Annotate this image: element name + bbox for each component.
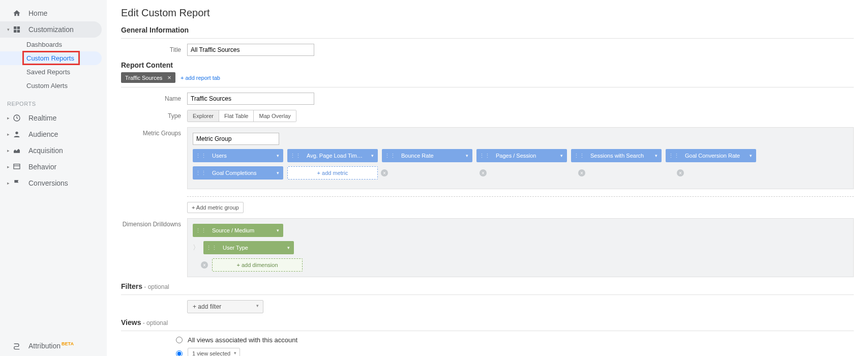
metric-chip[interactable]: ⋮⋮Pages / Session▾ [476,149,567,162]
chevron-down-icon[interactable]: ▾ [273,170,283,175]
metric-chip[interactable]: ⋮⋮Avg. Page Load Time (s…▾ [287,149,378,162]
highlight-box [22,51,80,65]
drag-handle-icon[interactable]: ⋮⋮ [193,153,209,159]
drag-handle-icon[interactable]: ⋮⋮ [193,227,209,234]
label-metric-groups: Metric Groups [121,127,187,137]
drag-handle-icon[interactable]: ⋮⋮ [476,153,493,159]
add-metric-button[interactable]: + add metric [287,166,378,180]
input-metric-group-name[interactable] [193,133,279,145]
reports-section-label: REPORTS [0,93,107,110]
sidebar-customization-label: Customization [28,25,74,34]
remove-button[interactable]: × [578,169,585,176]
dimensions-area: ⋮⋮ Source / Medium ▾ 〉 ⋮⋮ User Type ▾ × [187,218,854,277]
metric-chip[interactable]: ⋮⋮Bounce Rate▾ [382,149,472,162]
chevron-down-icon[interactable]: ▾ [745,153,756,158]
chevron-right-icon: ▸ [7,164,11,169]
main-content: Edit Custom Report General Information T… [107,0,868,356]
remove-button[interactable]: × [381,169,388,176]
flag-icon [12,179,21,187]
views-selected-dropdown[interactable]: 1 view selected [188,348,240,356]
customization-icon [12,25,21,34]
section-general-info: General Information [121,26,854,34]
drag-handle-icon[interactable]: ⋮⋮ [203,245,220,251]
acquisition-icon [12,146,21,155]
dimension-chip[interactable]: ⋮⋮ Source / Medium ▾ [193,224,283,237]
drag-handle-icon[interactable]: ⋮⋮ [571,153,587,159]
chevron-down-icon[interactable]: ▾ [367,153,378,158]
sidebar-sub-custom-alerts[interactable]: Custom Alerts [0,79,107,93]
input-title[interactable] [187,44,314,56]
add-metric-group-button[interactable]: + Add metric group [187,202,244,213]
sidebar: Home ▾ Customization Dashboards Custom R… [0,0,107,356]
chevron-down-icon[interactable]: ▾ [556,153,567,158]
report-tab[interactable]: Traffic Sources × [121,72,175,83]
sidebar-behavior[interactable]: ▸ Behavior [0,159,107,175]
metric-chip[interactable]: ⋮⋮Users▾ [193,149,283,162]
drag-handle-icon[interactable]: ⋮⋮ [382,153,398,159]
input-tab-name[interactable] [187,93,314,105]
sidebar-conversions[interactable]: ▸ Conversions [0,175,107,191]
metric-label: Goal Completions [209,170,273,176]
chevron-down-icon[interactable]: ▾ [462,153,472,158]
chevron-right-icon: ▸ [7,181,11,186]
metric-groups-area: ⋮⋮Users▾⋮⋮Avg. Page Load Time (s…▾⋮⋮Boun… [187,127,854,189]
label-title: Title [121,44,187,53]
add-dimension-button[interactable]: + add dimension [212,258,303,272]
remove-button[interactable]: × [480,169,487,176]
clock-icon [12,114,21,122]
dimension-chip[interactable]: ⋮⋮ User Type ▾ [203,241,294,254]
drag-handle-icon[interactable]: ⋮⋮ [666,153,682,159]
type-button-group: Explorer Flat Table Map Overlay [187,110,296,122]
attribution-icon [12,342,21,350]
metric-chip[interactable]: ⋮⋮Sessions with Search▾ [571,149,662,162]
chevron-right-icon: ▸ [7,115,11,121]
label-dimension-drilldowns: Dimension Drilldowns [121,218,187,228]
chevron-down-icon[interactable]: ▾ [283,245,294,250]
radio-all-views[interactable] [176,337,183,343]
sidebar-attribution[interactable]: AttributionBETA [0,337,107,354]
sidebar-acquisition[interactable]: ▸ Acquisition [0,142,107,159]
elbow-icon: 〉 [193,243,199,252]
chevron-down-icon: ▾ [7,27,11,32]
dimension-label: User Type [220,245,283,251]
radio-selected-views[interactable] [176,350,183,357]
sidebar-behavior-label: Behavior [28,163,56,171]
optional-label: - optional [141,319,168,327]
drag-handle-icon[interactable]: ⋮⋮ [193,170,209,176]
metric-chip[interactable]: ⋮⋮Goal Completions▾ [193,166,283,180]
add-filter-dropdown[interactable]: + add filter [187,300,263,313]
label-type: Type [121,110,187,120]
sidebar-audience-label: Audience [28,130,58,138]
type-map-overlay-button[interactable]: Map Overlay [254,110,295,122]
type-flat-table-button[interactable]: Flat Table [219,110,254,122]
chevron-down-icon[interactable]: ▾ [273,228,283,233]
svg-point-5 [15,132,18,134]
close-icon[interactable]: × [167,74,171,81]
chevron-down-icon[interactable]: ▾ [273,153,283,158]
remove-button[interactable]: × [677,169,684,176]
sidebar-sub-saved-reports[interactable]: Saved Reports [0,65,107,79]
sidebar-realtime[interactable]: ▸ Realtime [0,110,107,126]
beta-badge: BETA [62,341,74,346]
add-report-tab-link[interactable]: + add report tab [181,75,220,81]
metric-label: Pages / Session [493,153,556,159]
sidebar-discover[interactable]: Discover [0,354,107,356]
sidebar-sub-dashboards[interactable]: Dashboards [0,38,107,51]
remove-button[interactable]: × [201,261,208,269]
metric-chip[interactable]: ⋮⋮Goal Conversion Rate▾ [666,149,756,162]
metric-label: Users [209,153,273,159]
sidebar-audience[interactable]: ▸ Audience [0,126,107,142]
svg-rect-6 [14,164,20,169]
drag-handle-icon[interactable]: ⋮⋮ [287,153,304,159]
sidebar-conversions-label: Conversions [28,179,68,187]
section-filters: Filters - optional [121,282,854,290]
sidebar-acquisition-label: Acquisition [28,146,63,155]
type-explorer-button[interactable]: Explorer [188,110,219,122]
svg-rect-2 [14,30,16,33]
chevron-right-icon: ▸ [7,132,11,137]
sidebar-customization[interactable]: ▾ Customization [0,21,102,38]
chevron-down-icon[interactable]: ▾ [651,153,662,158]
metric-label: Goal Conversion Rate [682,153,745,159]
sidebar-home[interactable]: Home [0,5,107,21]
section-views: Views - optional [121,318,854,327]
